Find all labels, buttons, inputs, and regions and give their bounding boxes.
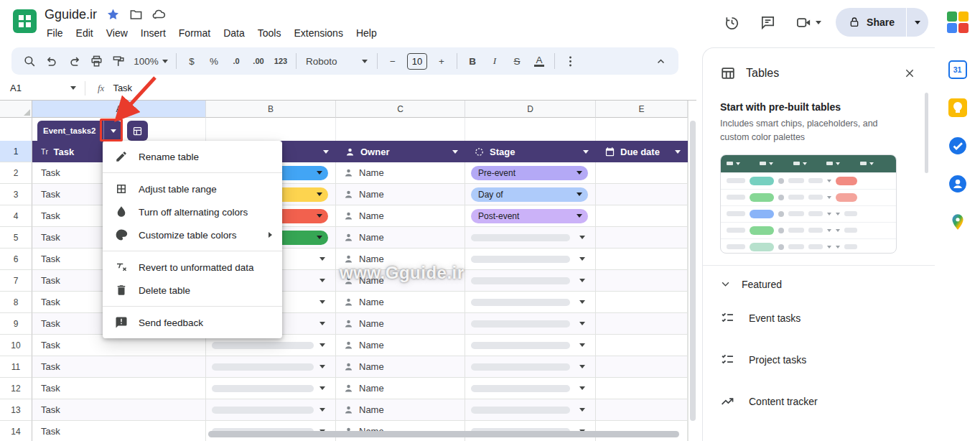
row-header-1[interactable]: 1: [0, 141, 32, 162]
text-color-icon[interactable]: A: [528, 50, 550, 72]
row-header-4[interactable]: 4: [0, 205, 32, 227]
dropdown-chevron-icon[interactable]: [577, 171, 582, 175]
stage-cell[interactable]: [465, 270, 596, 292]
stage-cell[interactable]: Post-event: [465, 205, 596, 227]
google-tasks-icon[interactable]: [948, 136, 967, 155]
column-header-E[interactable]: E: [596, 101, 688, 118]
decrease-decimals-button[interactable]: .0: [225, 50, 247, 72]
stage-cell[interactable]: [465, 378, 596, 399]
dropdown-chevron-icon[interactable]: [317, 214, 322, 218]
panel-item-project-tasks[interactable]: Project tasks: [703, 339, 935, 381]
font-size-input[interactable]: 10: [407, 53, 427, 70]
row-header-10[interactable]: 10: [0, 335, 32, 356]
status-cell[interactable]: [206, 356, 336, 378]
owner-cell[interactable]: Name: [336, 313, 465, 335]
version-history-icon[interactable]: [718, 9, 745, 36]
header-dropdown-icon[interactable]: [583, 150, 589, 154]
paint-format-icon[interactable]: [108, 50, 129, 72]
task-cell[interactable]: Task: [32, 399, 206, 421]
decrease-font-size-button[interactable]: −: [382, 50, 403, 72]
collapse-toolbar-icon[interactable]: [650, 50, 671, 72]
video-call-icon[interactable]: [790, 9, 827, 36]
empty-cell[interactable]: [596, 249, 688, 270]
number-format-button[interactable]: 123: [270, 50, 291, 72]
stage-cell[interactable]: [465, 356, 596, 378]
empty-cell[interactable]: [596, 292, 688, 313]
owner-cell[interactable]: Name: [336, 162, 465, 184]
dropdown-chevron-icon[interactable]: [319, 386, 325, 390]
panel-item-content-tracker[interactable]: Content tracker: [703, 381, 935, 422]
more-vert-icon[interactable]: [559, 50, 581, 72]
header-dropdown-icon[interactable]: [323, 150, 329, 154]
dropdown-chevron-icon[interactable]: [319, 343, 325, 347]
dropdown-chevron-icon[interactable]: [319, 300, 325, 304]
font-family-dropdown[interactable]: Roboto: [301, 50, 373, 72]
task-cell[interactable]: Task: [32, 421, 206, 441]
empty-cell[interactable]: [596, 378, 688, 399]
percent-format-button[interactable]: %: [203, 50, 225, 72]
undo-icon[interactable]: [41, 50, 62, 72]
menu-item-send-feedback[interactable]: Send feedback: [103, 311, 282, 334]
empty-cell[interactable]: [596, 313, 688, 335]
menu-format[interactable]: Format: [172, 25, 217, 41]
table-header-due-date[interactable]: Due date: [596, 141, 688, 162]
menu-item-adjust-table-range[interactable]: Adjust table range: [103, 177, 282, 200]
dropdown-chevron-icon[interactable]: [319, 365, 325, 368]
column-header-D[interactable]: D: [465, 101, 596, 118]
menu-insert[interactable]: Insert: [134, 25, 172, 41]
profile-avatar[interactable]: [947, 11, 969, 33]
dropdown-chevron-icon[interactable]: [319, 408, 325, 412]
status-cell[interactable]: [206, 378, 336, 399]
owner-cell[interactable]: Name: [336, 335, 465, 356]
dropdown-chevron-icon[interactable]: [317, 171, 322, 175]
owner-cell[interactable]: Name: [336, 205, 465, 227]
task-cell[interactable]: Task: [32, 356, 206, 378]
stage-pill[interactable]: Pre-event: [471, 166, 588, 180]
empty-cell[interactable]: [596, 162, 688, 184]
header-dropdown-icon[interactable]: [675, 150, 681, 154]
row-header-13[interactable]: 13: [0, 399, 32, 421]
stage-cell[interactable]: [465, 335, 596, 356]
italic-icon[interactable]: I: [484, 50, 505, 72]
bold-icon[interactable]: B: [462, 50, 483, 72]
menu-view[interactable]: View: [100, 25, 134, 41]
menu-edit[interactable]: Edit: [70, 25, 100, 41]
menu-data[interactable]: Data: [217, 25, 251, 41]
stage-cell[interactable]: Day of: [465, 184, 596, 205]
dropdown-chevron-icon[interactable]: [579, 300, 585, 304]
menu-item-delete-table[interactable]: Delete table: [103, 279, 282, 302]
sheets-logo-icon[interactable]: [13, 9, 37, 33]
dropdown-chevron-icon[interactable]: [579, 257, 585, 261]
table-header-owner[interactable]: Owner: [336, 141, 465, 162]
comment-icon[interactable]: [754, 9, 781, 36]
dropdown-chevron-icon[interactable]: [579, 343, 585, 347]
name-box[interactable]: A1: [0, 83, 85, 93]
share-button[interactable]: Share: [836, 8, 906, 37]
owner-cell[interactable]: Name: [336, 399, 465, 421]
empty-cell[interactable]: [596, 356, 688, 378]
owner-cell[interactable]: Name: [336, 227, 465, 249]
increase-font-size-button[interactable]: +: [431, 50, 452, 72]
dropdown-chevron-icon[interactable]: [579, 365, 585, 368]
video-call-dropdown-icon[interactable]: [816, 21, 821, 24]
document-title[interactable]: Gguide.ir: [45, 7, 97, 22]
google-maps-icon[interactable]: [948, 213, 967, 231]
stage-cell[interactable]: [465, 313, 596, 335]
menu-file[interactable]: File: [40, 25, 70, 41]
stage-cell[interactable]: [465, 399, 596, 421]
star-icon[interactable]: [106, 8, 120, 22]
row-header-11[interactable]: 11: [0, 356, 32, 378]
dropdown-chevron-icon[interactable]: [579, 386, 585, 390]
print-icon[interactable]: [85, 50, 107, 72]
empty-cell[interactable]: [596, 227, 688, 249]
task-cell[interactable]: Task: [32, 378, 206, 399]
dropdown-chevron-icon[interactable]: [577, 192, 582, 196]
dropdown-chevron-icon[interactable]: [319, 322, 325, 325]
strikethrough-icon[interactable]: S: [506, 50, 528, 72]
horizontal-scrollbar[interactable]: [208, 431, 679, 437]
redo-icon[interactable]: [63, 50, 85, 72]
empty-cell[interactable]: [596, 205, 688, 227]
header-dropdown-icon[interactable]: [452, 150, 458, 154]
search-icon[interactable]: [19, 50, 40, 72]
row-header-5[interactable]: 5: [0, 227, 32, 249]
